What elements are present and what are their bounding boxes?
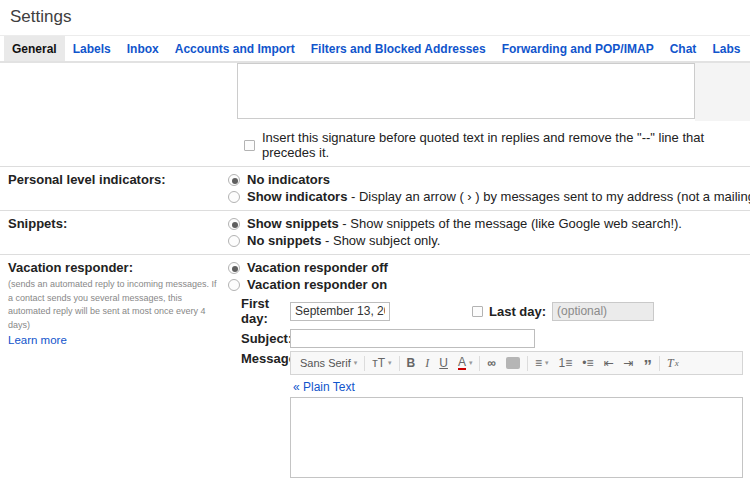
settings-page: Settings General Labels Inbox Accounts a… xyxy=(0,0,750,480)
show-snippets-radio[interactable] xyxy=(228,218,240,230)
message-editor: Sans Serif▾ ᴛT▾ B I U A▾ ∞ ≡▾ 1≡ xyxy=(290,351,743,478)
chevron-down-icon: ▾ xyxy=(388,359,392,367)
vacation-responder-off-radio[interactable] xyxy=(228,262,240,274)
last-day-label: Last day: xyxy=(489,304,546,319)
show-indicators-label: Show indicators - Display an arrow ( › )… xyxy=(247,189,750,205)
italic-icon[interactable]: I xyxy=(420,352,434,374)
toolbar-separator xyxy=(364,356,365,371)
insert-signature-checkbox[interactable] xyxy=(244,140,255,151)
blockquote-icon[interactable]: ” xyxy=(639,352,658,374)
vacation-responder-section: Vacation responder: (sends an automated … xyxy=(0,254,750,480)
no-indicators-label: No indicators xyxy=(247,172,330,188)
tab-forwarding-and-pop-imap[interactable]: Forwarding and POP/IMAP xyxy=(494,36,662,61)
no-snippets-label: No snippets - Show subject only. xyxy=(247,233,440,249)
underline-icon[interactable]: U xyxy=(434,352,453,374)
signature-section: Insert this signature before quoted text… xyxy=(0,63,750,166)
tab-chat[interactable]: Chat xyxy=(662,36,705,61)
bold-icon[interactable]: B xyxy=(402,352,421,374)
vacation-responder-description: (sends an automated reply to incoming me… xyxy=(8,278,223,332)
show-snippets-label-bold: Show snippets xyxy=(247,216,339,231)
vacation-responder-on-radio[interactable] xyxy=(228,279,240,291)
plain-text-link[interactable]: « Plain Text xyxy=(293,380,355,394)
toolbar-separator xyxy=(479,356,480,371)
signature-side-area xyxy=(695,63,750,121)
tab-labs[interactable]: Labs xyxy=(704,36,748,61)
numbered-list-icon[interactable]: 1≡ xyxy=(554,352,578,374)
text-color-selector[interactable]: A▾ xyxy=(453,352,478,374)
show-snippets-label: Show snippets - Show snippets of the mes… xyxy=(247,216,682,232)
last-day-checkbox[interactable] xyxy=(472,306,483,317)
personal-indicators-label: Personal level indicators: xyxy=(8,172,166,187)
formatting-toolbar: Sans Serif▾ ᴛT▾ B I U A▾ ∞ ≡▾ 1≡ xyxy=(290,351,743,375)
snippets-section: Snippets: Show snippets - Show snippets … xyxy=(0,210,750,254)
insert-image-button[interactable] xyxy=(501,352,525,374)
subject-label: Subject: xyxy=(241,331,290,346)
settings-tabbar: General Labels Inbox Accounts and Import… xyxy=(0,36,750,63)
show-indicators-radio[interactable] xyxy=(228,191,240,203)
font-size-selector[interactable]: ᴛT▾ xyxy=(367,352,396,374)
learn-more-link[interactable]: Learn more xyxy=(8,334,67,346)
tab-inbox[interactable]: Inbox xyxy=(119,36,167,61)
vacation-responder-label: Vacation responder: xyxy=(8,260,133,275)
tab-labels[interactable]: Labels xyxy=(65,36,119,61)
first-day-input[interactable] xyxy=(290,302,390,321)
message-label: Message: xyxy=(241,351,290,366)
text-color-icon: A xyxy=(458,357,466,370)
vacation-responder-off-label: Vacation responder off xyxy=(247,260,388,276)
chevron-down-icon: ▾ xyxy=(545,359,549,367)
show-indicators-label-desc: - Display an arrow ( › ) by messages sen… xyxy=(347,189,750,204)
toolbar-separator xyxy=(659,356,660,371)
vacation-message-textarea[interactable] xyxy=(290,397,743,478)
indent-icon[interactable]: ⇥ xyxy=(619,352,639,374)
font-family-value: Sans Serif xyxy=(300,357,351,369)
tab-accounts-and-import[interactable]: Accounts and Import xyxy=(167,36,303,61)
tab-general[interactable]: General xyxy=(4,36,65,61)
remove-formatting-t: T xyxy=(667,356,674,371)
no-indicators-radio[interactable] xyxy=(228,174,240,186)
align-icon: ≡ xyxy=(535,356,542,370)
outdent-icon[interactable]: ⇤ xyxy=(598,352,618,374)
page-title: Settings xyxy=(0,0,750,36)
chevron-down-icon: ▾ xyxy=(469,359,473,367)
first-day-label: First day: xyxy=(241,296,290,326)
no-snippets-label-bold: No snippets xyxy=(247,233,321,248)
no-snippets-radio[interactable] xyxy=(228,235,240,247)
show-indicators-label-bold: Show indicators xyxy=(247,189,347,204)
signature-textarea[interactable] xyxy=(237,63,695,119)
chevron-down-icon: ▾ xyxy=(354,359,358,367)
bullet-list-icon[interactable]: •≡ xyxy=(577,352,598,374)
toolbar-separator xyxy=(399,356,400,371)
show-snippets-label-desc: - Show snippets of the message (like Goo… xyxy=(339,216,682,231)
font-family-selector[interactable]: Sans Serif▾ xyxy=(295,352,362,374)
tab-filters-and-blocked-addresses[interactable]: Filters and Blocked Addresses xyxy=(303,36,494,61)
remove-formatting-icon[interactable]: Tx xyxy=(662,352,684,374)
no-snippets-label-desc: - Show subject only. xyxy=(321,233,440,248)
insert-image-icon xyxy=(506,357,520,369)
font-size-icon: ᴛT xyxy=(372,356,385,370)
subject-input[interactable] xyxy=(290,329,535,348)
signature-label-column xyxy=(0,63,228,166)
insert-link-icon[interactable]: ∞ xyxy=(482,352,501,374)
remove-formatting-x: x xyxy=(675,358,679,368)
snippets-label: Snippets: xyxy=(8,216,67,231)
vacation-responder-on-label: Vacation responder on xyxy=(247,277,387,293)
personal-indicators-section: Personal level indicators: No indicators… xyxy=(0,166,750,210)
last-day-input[interactable] xyxy=(552,302,654,321)
align-selector[interactable]: ≡▾ xyxy=(530,352,554,374)
insert-signature-checkbox-label: Insert this signature before quoted text… xyxy=(262,130,750,160)
toolbar-separator xyxy=(527,356,528,371)
